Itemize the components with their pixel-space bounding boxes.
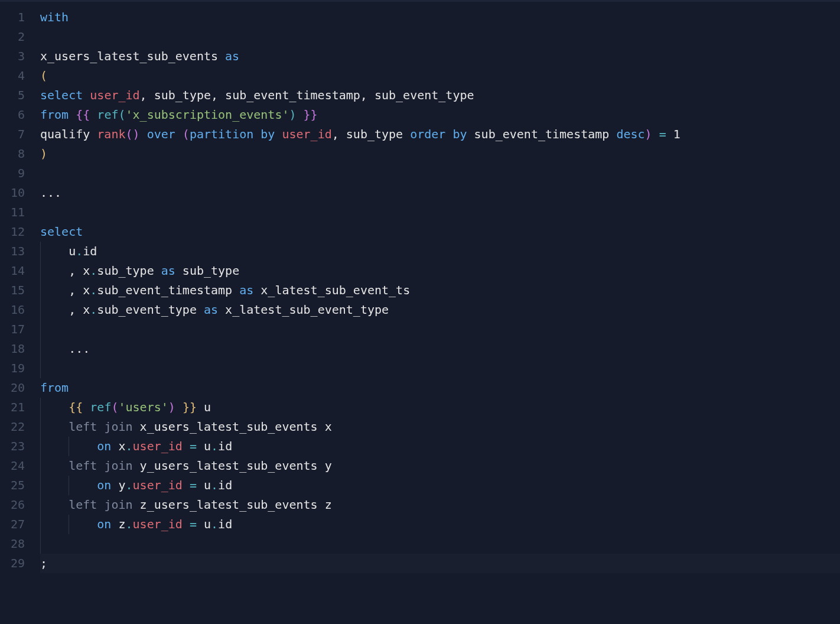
indent-guide [40,261,41,281]
line-number: 6 [0,105,25,125]
code-line[interactable]: select user_id, sub_type, sub_event_time… [40,86,840,105]
code-line[interactable] [40,164,840,183]
code-token: user_id [90,88,139,102]
code-token: . [126,478,133,492]
indent-guide [40,339,41,359]
code-line[interactable]: ... [40,183,840,203]
line-number: 5 [0,86,25,105]
indent-guide [69,476,69,495]
code-line[interactable]: left join y_users_latest_sub_events y [40,456,840,476]
code-line[interactable]: ... [40,339,840,359]
code-token: ... [40,186,61,200]
code-token: user_id [133,439,183,453]
code-token: x_users_latest_sub_events x [133,420,332,434]
code-token: ... [40,342,90,356]
code-token: . [211,439,218,453]
code-token: sub_event_type [97,303,204,317]
line-number: 16 [0,300,25,320]
code-line[interactable]: {{ ref('users') }} u [40,398,840,417]
line-number: 24 [0,456,25,476]
code-token: . [126,439,133,453]
line-number: 17 [0,320,25,339]
code-line[interactable] [40,359,840,378]
code-line[interactable] [40,203,840,222]
code-line[interactable] [40,534,840,554]
code-token: u [197,400,211,414]
indent-guide [69,515,69,534]
code-line[interactable]: , x.sub_type as sub_type [40,261,840,281]
code-line[interactable] [40,320,840,339]
indent-guide [40,437,41,456]
code-token: u [197,478,211,492]
code-token [83,400,90,414]
code-line[interactable]: left join x_users_latest_sub_events x [40,417,840,437]
line-number: 29 [0,554,25,573]
code-token: , sub_type [332,127,410,141]
code-token: left join [69,498,132,512]
line-number: 13 [0,242,25,261]
code-line[interactable]: from {{ ref('x_subscription_events') }} [40,105,840,125]
code-token [83,88,90,102]
code-line[interactable]: with [40,8,840,27]
line-number: 18 [0,339,25,359]
code-token: on [97,517,111,531]
code-line[interactable]: ; [40,554,840,573]
code-token: }} [183,400,197,414]
indent-guide [40,281,41,300]
code-line[interactable]: select [40,222,840,242]
line-number: 28 [0,534,25,554]
code-line[interactable]: left join z_users_latest_sub_events z [40,495,840,515]
code-token: left join [69,420,132,434]
code-token: 1 [666,127,681,141]
code-token [175,127,183,141]
code-token [40,498,69,512]
code-line[interactable]: on y.user_id = u.id [40,476,840,495]
code-token: = [190,478,197,492]
line-number: 20 [0,378,25,398]
line-number: 11 [0,203,25,222]
code-token: order by [410,127,467,141]
code-line[interactable]: on z.user_id = u.id [40,515,840,534]
code-token: ref [90,400,111,414]
line-number-gutter: 1234567891011121314151617181920212223242… [0,2,35,624]
indent-guide [40,320,41,339]
code-token: sub_event_timestamp [467,127,617,141]
code-token: y_users_latest_sub_events y [133,459,332,473]
code-line[interactable]: , x.sub_event_timestamp as x_latest_sub_… [40,281,840,300]
indent-guide [40,242,41,261]
code-line[interactable]: from [40,378,840,398]
indent-guide [40,300,41,320]
code-editor[interactable]: 1234567891011121314151617181920212223242… [0,2,840,624]
code-token: ( [40,69,47,83]
code-token: ) [168,400,175,414]
code-token: over [147,127,175,141]
indent-guide [40,495,41,515]
code-token: user_id [133,478,183,492]
code-token: left join [69,459,132,473]
code-line[interactable]: x_users_latest_sub_events as [40,47,840,66]
code-token: x [111,439,125,453]
code-line[interactable]: on x.user_id = u.id [40,437,840,456]
code-area[interactable]: withx_users_latest_sub_events as(select … [35,2,840,624]
code-token [175,400,183,414]
code-line[interactable]: u.id [40,242,840,261]
code-line[interactable]: ) [40,144,840,164]
code-line[interactable] [40,27,840,47]
code-token: ) [40,147,47,161]
code-token: y [111,478,125,492]
indent-guide [40,476,41,495]
indent-guide [69,437,69,456]
code-line[interactable]: qualify rank() over (partition by user_i… [40,125,840,144]
code-token: {{ [69,400,83,414]
code-line[interactable]: , x.sub_event_type as x_latest_sub_event… [40,300,840,320]
line-number: 27 [0,515,25,534]
line-number: 14 [0,261,25,281]
code-line[interactable]: ( [40,66,840,86]
code-token: 'x_subscription_events' [126,108,289,122]
code-token: = [190,517,197,531]
code-token: from [40,108,69,122]
line-number: 10 [0,183,25,203]
indent-guide [40,398,41,417]
code-token: x_latest_sub_event_ts [253,283,410,297]
code-token: . [90,303,97,317]
